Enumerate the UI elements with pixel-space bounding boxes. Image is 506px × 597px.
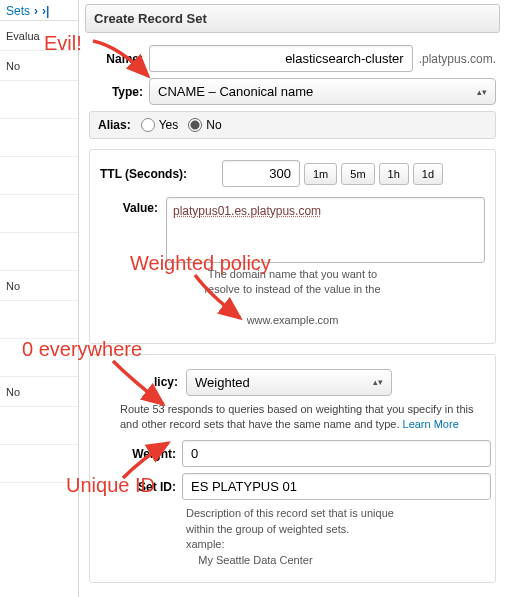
- panel-title: Create Record Set: [85, 4, 500, 33]
- ttl-1d-button[interactable]: 1d: [413, 163, 443, 185]
- alias-label: Alias:: [98, 118, 131, 132]
- next-icon[interactable]: ›: [34, 4, 38, 18]
- value-textarea[interactable]: platypus01.es.platypus.com: [166, 197, 485, 263]
- alias-no-radio[interactable]: No: [188, 118, 221, 132]
- type-label: Type:: [89, 85, 143, 99]
- alias-yes-radio[interactable]: Yes: [141, 118, 179, 132]
- setid-input[interactable]: [182, 473, 491, 500]
- eval-cell: Evalua: [0, 21, 78, 51]
- no-cell-3: No: [0, 377, 78, 407]
- ttl-value-panel: TTL (Seconds): 1m 5m 1h 1d Value: platyp…: [89, 149, 496, 344]
- name-label: Name:: [89, 52, 143, 66]
- ttl-input[interactable]: [222, 160, 300, 187]
- chevron-updown-icon: ▴▾: [373, 377, 383, 387]
- last-icon[interactable]: ›|: [42, 4, 49, 18]
- value-help: The domain name that you want to resolve…: [100, 267, 485, 329]
- sets-link[interactable]: Sets: [6, 4, 30, 18]
- setid-label: Set ID:: [120, 480, 176, 494]
- policy-label: licy:: [154, 375, 178, 389]
- weight-input[interactable]: [182, 440, 491, 467]
- learn-more-link[interactable]: Learn More: [403, 418, 459, 430]
- alias-bar: Alias: Yes No: [89, 111, 496, 139]
- value-label: Value:: [100, 197, 158, 263]
- ttl-1m-button[interactable]: 1m: [304, 163, 337, 185]
- ttl-1h-button[interactable]: 1h: [379, 163, 409, 185]
- left-sidebar: Sets › ›| Evalua No No No: [0, 0, 79, 597]
- type-select[interactable]: CNAME – Canonical name ▴▾: [149, 78, 496, 105]
- domain-suffix: .platypus.com.: [419, 52, 496, 66]
- ttl-5m-button[interactable]: 5m: [341, 163, 374, 185]
- name-input[interactable]: [149, 45, 413, 72]
- weight-label: Weight:: [120, 447, 176, 461]
- no-cell-1: No: [0, 51, 78, 81]
- setid-desc: Description of this record set that is u…: [186, 506, 491, 568]
- ttl-label: TTL (Seconds):: [100, 167, 218, 181]
- policy-desc: Route 53 responds to queries based on we…: [120, 402, 491, 433]
- policy-panel: licy: Weighted ▴▾ Route 53 responds to q…: [89, 354, 496, 583]
- no-cell-2: No: [0, 271, 78, 301]
- policy-select[interactable]: Weighted ▴▾: [186, 369, 392, 396]
- chevron-updown-icon: ▴▾: [477, 87, 487, 97]
